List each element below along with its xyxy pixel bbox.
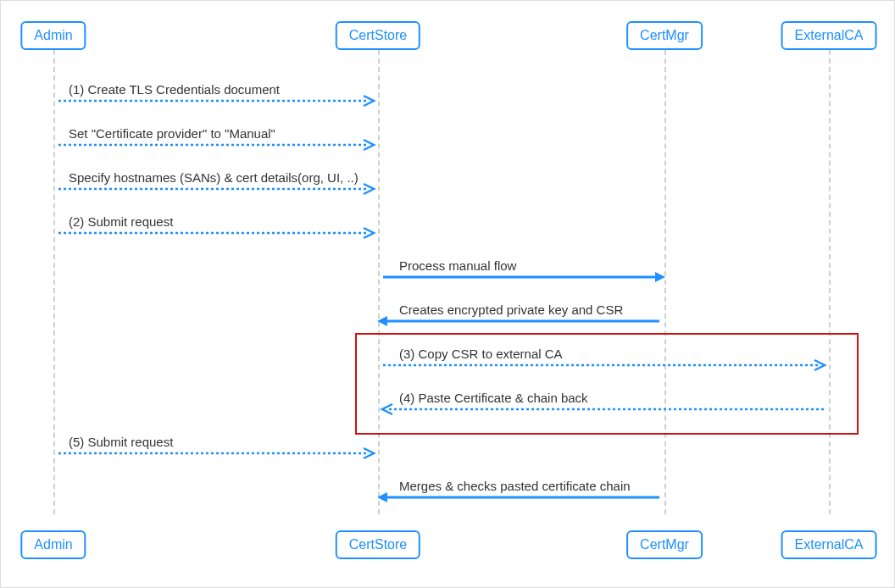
lifeline-admin [53,50,55,514]
msg-label-m8: (4) Paste Certificate & chain back [399,391,588,405]
lifeline-certstore [378,50,380,514]
actor-externalca-top: ExternalCA [781,21,877,50]
msg-label-m3: Specify hostnames (SANs) & cert details(… [69,170,359,185]
sequence-diagram: Admin CertStore CertMgr ExternalCA Admin… [0,0,895,588]
actor-certstore-top: CertStore [336,21,420,50]
lifeline-externalca [829,50,831,514]
msg-label-m1: (1) Create TLS Credentials document [69,82,280,97]
actor-admin-bottom: Admin [20,530,86,559]
actor-certstore-bottom: CertStore [336,530,420,559]
actor-certmgr-bottom: CertMgr [626,530,703,559]
msg-label-m5: Process manual flow [399,258,516,273]
msg-label-m10: Merges & checks pasted certificate chain [399,479,631,493]
msg-label-m9: (5) Submit request [69,435,173,449]
actor-certmgr-top: CertMgr [626,21,703,50]
msg-label-m4: (2) Submit request [69,214,173,229]
lifeline-certmgr [664,50,666,514]
msg-label-m7: (3) Copy CSR to external CA [399,347,563,361]
actor-admin-top: Admin [20,21,86,50]
msg-label-m6: Creates encrypted private key and CSR [399,302,623,317]
msg-label-m2: Set "Certificate provider" to "Manual" [69,126,275,141]
actor-externalca-bottom: ExternalCA [781,530,877,559]
